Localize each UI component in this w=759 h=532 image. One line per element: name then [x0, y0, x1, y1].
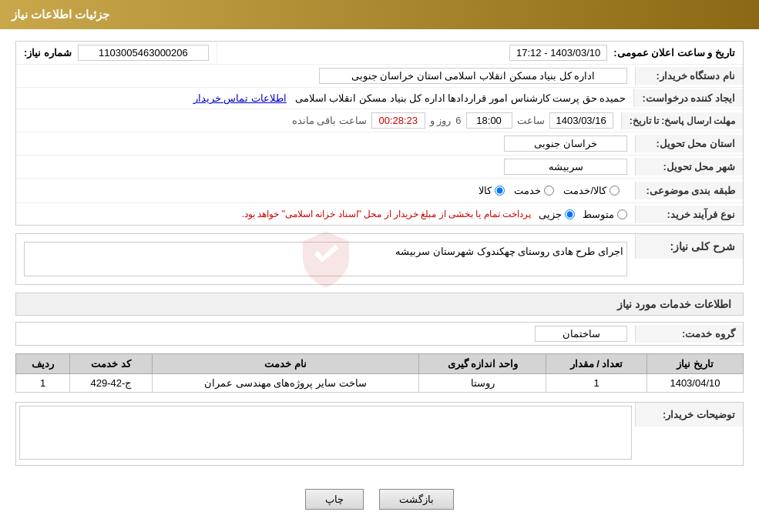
row-ostan: استان محل تحویل: خراسان جنوبی: [16, 132, 743, 156]
radio-jozvi-input[interactable]: [565, 209, 575, 219]
back-button[interactable]: بازگشت: [379, 489, 454, 510]
col-kod: کد خدمت: [70, 354, 152, 374]
cell-radif: 1: [16, 374, 70, 393]
mohlat-tarikh: 1403/03/16: [549, 112, 613, 129]
ostan-label: استان محل تحویل:: [635, 135, 743, 152]
row-mohlat: مهلت ارسال پاسخ: تا تاریخ: 1403/03/16 سا…: [16, 109, 743, 132]
gorooh-value-cell: ساختمان: [16, 323, 635, 345]
roz-value: 6: [455, 115, 461, 126]
tabaghe-label: طبقه بندی موضوعی:: [635, 182, 743, 199]
row-dastgah: نام دستگاه خریدار: اداره کل بنیاد مسکن ا…: [16, 65, 743, 88]
shahr-value: سربیشه: [16, 156, 635, 178]
gorooh-row: گروه خدمت: ساختمان: [15, 322, 744, 346]
roz-label: روز و: [430, 115, 452, 126]
row-ijad: ایجاد کننده درخواست: حمیده حق پرست کارشن…: [16, 88, 743, 109]
table-header-row: تاریخ نیاز تعداد / مقدار واحد اندازه گیر…: [16, 354, 744, 374]
radio-kala-khedmat-input[interactable]: [610, 186, 620, 196]
tarikh-elaan-cell: تاریخ و ساعت اعلان عمومی: 1403/03/10 - 1…: [217, 42, 743, 64]
gorooh-label: گروه خدمت:: [635, 325, 743, 343]
tarikh-elaan-value: 1403/03/10 - 17:12: [509, 45, 607, 61]
saat-label: ساعت: [517, 115, 545, 126]
ijad-value: حمیده حق پرست کارشناس امور قراردادها ادا…: [16, 89, 633, 107]
mottavasset-label: متوسط: [583, 209, 614, 220]
dastgah-text: اداره کل بنیاد مسکن انقلاب اسلامی استان …: [319, 68, 627, 84]
radio-jozvi: جزیی: [539, 209, 575, 220]
shomara-niaz-value: 1103005463000206: [78, 45, 209, 61]
dastgah-value: اداره کل بنیاد مسکن انقلاب اسلامی استان …: [16, 65, 635, 87]
radio-mottavasset-input[interactable]: [617, 209, 627, 219]
tozihat-label: توضیحات خریدار:: [635, 403, 743, 427]
tozihat-value-cell: [16, 403, 635, 465]
khedmat-label: خدمت: [514, 185, 541, 196]
button-row: بازگشت چاپ: [15, 477, 744, 521]
radio-kala-input[interactable]: [495, 186, 505, 196]
col-vahed: واحد اندازه گیری: [419, 354, 546, 374]
radio-mottavasset: متوسط: [583, 209, 627, 220]
ijad-text: حمیده حق پرست کارشناس امور قراردادها ادا…: [295, 92, 626, 104]
farayand-value: متوسط جزیی پرداخت تمام یا بخشی از مبلغ خ…: [16, 206, 635, 223]
sharh-value-cell: اجرای طرح هادی روستای چهکندوک شهرستان سر…: [16, 234, 635, 284]
gorooh-value: ساختمان: [535, 326, 627, 342]
mohlat-label: مهلت ارسال پاسخ: تا تاریخ:: [621, 112, 743, 129]
table-row: 1403/04/10 1 روستا ساخت سایر پروژه‌های م…: [16, 374, 744, 393]
page-title: جزئیات اطلاعات نیاز: [12, 8, 109, 21]
shomara-cell: 1103005463000206 شماره نیاز:: [16, 42, 217, 64]
saat-value: 18:00: [466, 112, 512, 129]
ostan-value: خراسان جنوبی: [16, 132, 635, 155]
cell-vahed: روستا: [419, 374, 546, 393]
sharh-section: شرح کلی نیاز: اجرای طرح هادی روستای چهکن…: [15, 233, 744, 285]
page-header: جزئیات اطلاعات نیاز: [0, 0, 759, 29]
bagi-label: ساعت باقی مانده: [292, 115, 367, 126]
col-tedad: تعداد / مقدار: [546, 354, 647, 374]
tarikh-elaan-label: تاریخ و ساعت اعلان عمومی:: [613, 47, 735, 59]
row-tabaghe: طبقه بندی موضوعی: کالا/خدمت خدمت: [16, 179, 743, 203]
kala-label: کالا: [479, 185, 492, 196]
col-nam: نام خدمت: [152, 354, 419, 374]
radio-kala-khedmat: کالا/خدمت: [563, 185, 620, 196]
tozihat-input[interactable]: [19, 406, 632, 460]
sharh-text: اجرای طرح هادی روستای چهکندوک شهرستان سر…: [395, 246, 623, 257]
radio-kala: کالا: [479, 185, 505, 196]
radio-group-tabaghe: کالا/خدمت خدمت کالا: [24, 182, 627, 199]
cell-tedad: 1: [546, 374, 647, 393]
countdown: 00:28:23: [371, 112, 425, 129]
print-button[interactable]: چاپ: [305, 489, 364, 510]
cell-kod: ج-42-429: [70, 374, 152, 393]
sharh-box: اجرای طرح هادی روستای چهکندوک شهرستان سر…: [24, 242, 627, 276]
row-shomara: تاریخ و ساعت اعلان عمومی: 1403/03/10 - 1…: [16, 42, 743, 65]
kala-khedmat-label: کالا/خدمت: [563, 185, 606, 196]
col-radif: ردیف: [16, 354, 70, 374]
farayand-label: نوع فرآیند خرید:: [635, 206, 743, 223]
ostan-text: خراسان جنوبی: [504, 136, 627, 152]
tamas-khardar-link[interactable]: اطلاعات تماس خریدار: [193, 92, 287, 104]
shomara-niaz-label: شماره نیاز:: [24, 47, 72, 59]
deadline-info: 1403/03/16 ساعت 18:00 6 روز و 00:28:23 س…: [24, 112, 613, 129]
farayand-content: متوسط جزیی پرداخت تمام یا بخشی از مبلغ خ…: [24, 209, 627, 220]
services-table: تاریخ نیاز تعداد / مقدار واحد اندازه گیر…: [15, 353, 744, 393]
farayand-note: پرداخت تمام یا بخشی از مبلغ خریدار از مح…: [242, 209, 531, 219]
col-tarikh: تاریخ نیاز: [646, 354, 743, 374]
cell-tarikh: 1403/04/10: [646, 374, 743, 393]
table-section: تاریخ نیاز تعداد / مقدار واحد اندازه گیر…: [15, 353, 744, 393]
ijad-label: ایجاد کننده درخواست:: [633, 89, 743, 107]
watermark-shield: [295, 227, 357, 291]
page-wrapper: جزئیات اطلاعات نیاز تاریخ و ساعت اعلان ع…: [0, 0, 759, 532]
tabaghe-value: کالا/خدمت خدمت کالا: [16, 179, 635, 202]
cell-nam: ساخت سایر پروژه‌های مهندسی عمران: [152, 374, 419, 393]
mohlat-value: 1403/03/16 ساعت 18:00 6 روز و 00:28:23 س…: [16, 109, 621, 132]
content-area: تاریخ و ساعت اعلان عمومی: 1403/03/10 - 1…: [0, 29, 759, 532]
radio-khedmat: خدمت: [514, 185, 554, 196]
dastgah-label: نام دستگاه خریدار:: [635, 67, 743, 85]
shahr-text: سربیشه: [504, 159, 627, 175]
row-shahr: شهر محل تحویل: سربیشه: [16, 156, 743, 179]
sharh-label: شرح کلی نیاز:: [635, 234, 743, 259]
row-farayand: نوع فرآیند خرید: متوسط جزیی پرداخت تمام …: [16, 203, 743, 225]
jozvi-label: جزیی: [539, 209, 562, 220]
info-section: تاریخ و ساعت اعلان عمومی: 1403/03/10 - 1…: [15, 41, 744, 226]
tozihat-section: توضیحات خریدار:: [15, 402, 744, 466]
shahr-label: شهر محل تحویل:: [635, 158, 743, 176]
khadamat-section-title: اطلاعات خدمات مورد نیاز: [15, 293, 744, 316]
radio-khedmat-input[interactable]: [544, 186, 554, 196]
